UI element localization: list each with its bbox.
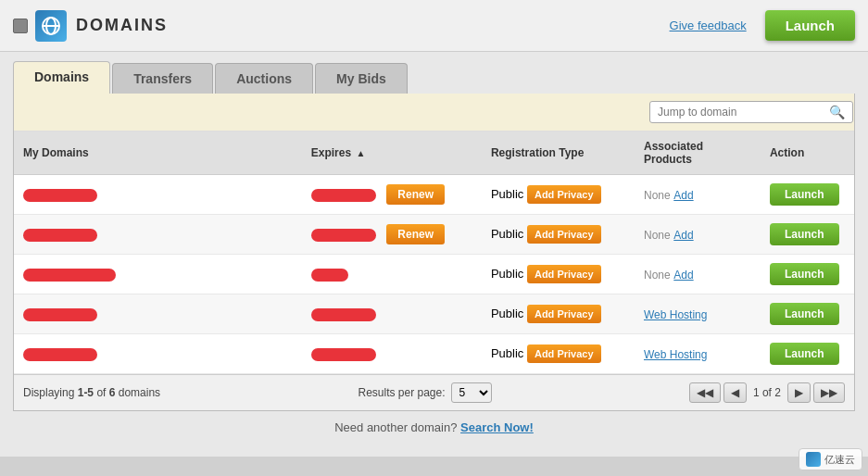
expires-cell xyxy=(302,294,482,334)
reg-type-value: Public xyxy=(491,227,523,241)
app-icon xyxy=(35,10,67,42)
domain-name-cell xyxy=(14,215,302,255)
sort-arrow-icon: ▲ xyxy=(356,148,365,158)
table-row: Renew Public Add Privacy None Add Launch xyxy=(14,175,854,215)
row-launch-button[interactable]: Launch xyxy=(770,183,839,206)
page-info: 1 of 2 xyxy=(749,386,785,399)
col-header-expires[interactable]: Expires ▲ xyxy=(302,132,482,175)
header-launch-button[interactable]: Launch xyxy=(765,10,855,41)
add-privacy-button[interactable]: Add Privacy xyxy=(527,344,601,363)
domains-table: My Domains Expires ▲ Registration Type A… xyxy=(14,132,854,374)
add-privacy-button[interactable]: Add Privacy xyxy=(527,225,601,244)
web-hosting-link[interactable]: Web Hosting xyxy=(644,348,707,361)
watermark: 亿速云 xyxy=(799,448,862,457)
col-header-assoc: Associated Products xyxy=(635,132,761,175)
col-header-action: Action xyxy=(761,132,854,175)
results-select[interactable]: 5 10 25 50 xyxy=(451,382,492,403)
reg-type-value: Public xyxy=(491,307,523,320)
domain-name-cell xyxy=(14,175,302,215)
page-first-button[interactable]: ◀◀ xyxy=(689,382,721,403)
header: DOMAINS Give feedback Launch xyxy=(0,0,868,52)
add-privacy-button[interactable]: Add Privacy xyxy=(527,265,601,283)
results-per-page: Results per page: 5 10 25 50 xyxy=(358,382,491,403)
redacted-date xyxy=(311,189,376,202)
search-button[interactable]: 🔍 xyxy=(829,105,845,119)
watermark-icon xyxy=(806,452,821,457)
redacted-domain xyxy=(23,269,116,282)
regtype-cell: Public Add Privacy xyxy=(482,334,635,374)
row-launch-button[interactable]: Launch xyxy=(770,303,839,325)
row-launch-button[interactable]: Launch xyxy=(770,223,839,245)
table-row: Renew Public Add Privacy None Add Launch xyxy=(14,215,854,255)
give-feedback-link[interactable]: Give feedback xyxy=(670,19,747,32)
col-header-mydomains[interactable]: My Domains xyxy=(14,132,302,175)
table-header-row: My Domains Expires ▲ Registration Type A… xyxy=(14,132,854,175)
watermark-text: 亿速云 xyxy=(824,453,855,457)
main-content: Domains Transfers Auctions My Bids 🔍 My … xyxy=(0,52,868,457)
redacted-domain xyxy=(23,189,97,202)
page-prev-button[interactable]: ◀ xyxy=(723,382,747,403)
renew-button[interactable]: Renew xyxy=(386,184,445,205)
expires-cell xyxy=(302,255,482,294)
action-cell: Launch xyxy=(761,175,854,215)
renew-button[interactable]: Renew xyxy=(386,224,445,244)
pagination: ◀◀ ◀ 1 of 2 ▶ ▶▶ xyxy=(689,382,845,403)
expires-cell: Renew xyxy=(302,215,482,255)
web-hosting-link[interactable]: Web Hosting xyxy=(644,308,707,321)
app-title: DOMAINS xyxy=(76,16,670,35)
regtype-cell: Public Add Privacy xyxy=(482,175,635,215)
assoc-cell: None Add xyxy=(635,215,761,255)
action-cell: Launch xyxy=(761,215,854,255)
redacted-date-short xyxy=(311,269,348,282)
assoc-cell: None Add xyxy=(635,175,761,215)
bottom-info: Need another domain? Search Now! xyxy=(13,411,855,444)
reg-type-value: Public xyxy=(491,267,523,281)
regtype-cell: Public Add Privacy xyxy=(482,255,635,294)
add-link[interactable]: Add xyxy=(673,229,693,242)
expires-cell xyxy=(302,334,482,374)
none-label: None xyxy=(644,189,671,202)
redacted-date xyxy=(311,229,376,242)
page-last-button[interactable]: ▶▶ xyxy=(813,382,845,403)
displaying-text: Displaying 1-5 of 6 domains xyxy=(23,386,160,399)
search-input[interactable] xyxy=(649,101,853,123)
expires-cell: Renew xyxy=(302,175,482,215)
action-cell: Launch xyxy=(761,255,854,294)
redacted-date xyxy=(311,308,376,321)
tab-bar: Domains Transfers Auctions My Bids xyxy=(13,61,855,94)
action-cell: Launch xyxy=(761,334,854,374)
domain-name-cell xyxy=(14,334,302,374)
assoc-cell: None Add xyxy=(635,255,761,294)
domain-name-cell xyxy=(14,255,302,294)
tab-transfers[interactable]: Transfers xyxy=(112,63,213,94)
reg-type-value: Public xyxy=(491,346,523,360)
add-link[interactable]: Add xyxy=(673,269,693,282)
add-privacy-button[interactable]: Add Privacy xyxy=(527,185,601,204)
tab-mybids[interactable]: My Bids xyxy=(315,63,408,94)
domain-name-cell xyxy=(14,294,302,334)
none-label: None xyxy=(644,229,671,242)
add-link[interactable]: Add xyxy=(673,189,693,202)
page-next-button[interactable]: ▶ xyxy=(787,382,811,403)
redacted-domain xyxy=(23,229,97,242)
table-container: 🔍 My Domains Expires ▲ Registration Type xyxy=(13,94,855,411)
row-launch-button[interactable]: Launch xyxy=(770,343,839,365)
col-header-regtype: Registration Type xyxy=(482,132,635,175)
add-privacy-button[interactable]: Add Privacy xyxy=(527,305,601,323)
regtype-cell: Public Add Privacy xyxy=(482,294,635,334)
redacted-domain xyxy=(23,308,97,321)
redacted-domain xyxy=(23,348,97,361)
table-row: Public Add Privacy None Add Launch xyxy=(14,255,854,294)
none-label: None xyxy=(644,269,671,282)
footer-bar: Displaying 1-5 of 6 domains Results per … xyxy=(14,374,854,410)
table-row: Public Add Privacy Web Hosting Launch xyxy=(14,294,854,334)
assoc-cell: Web Hosting xyxy=(635,334,761,374)
tab-domains[interactable]: Domains xyxy=(13,61,110,94)
assoc-cell: Web Hosting xyxy=(635,294,761,334)
tab-auctions[interactable]: Auctions xyxy=(215,63,313,94)
reg-type-value: Public xyxy=(491,187,523,201)
row-launch-button[interactable]: Launch xyxy=(770,263,839,285)
action-cell: Launch xyxy=(761,294,854,334)
minimize-icon[interactable] xyxy=(13,19,28,33)
search-now-link[interactable]: Search Now! xyxy=(460,420,534,434)
